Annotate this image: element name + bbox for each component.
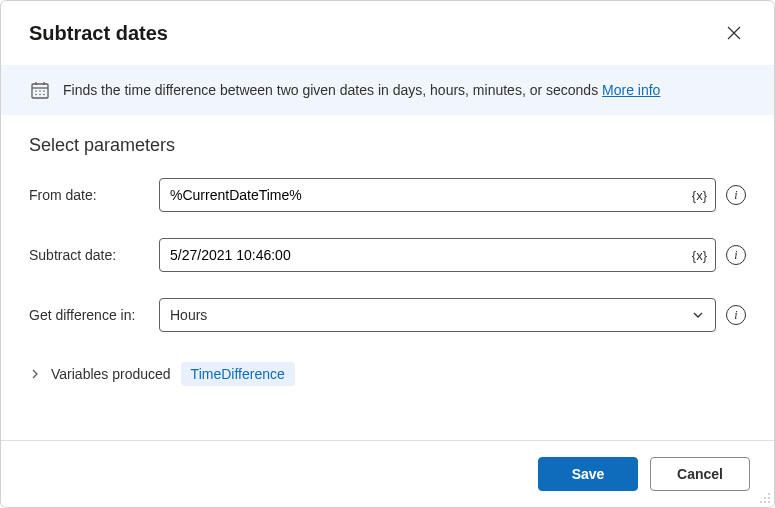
from-date-info-icon[interactable]: i [726, 185, 746, 205]
subtract-date-variable-button[interactable]: {x} [684, 239, 715, 271]
get-difference-row: Get difference in: Hours i [29, 298, 746, 332]
from-date-variable-button[interactable]: {x} [684, 179, 715, 211]
info-banner: Finds the time difference between two gi… [1, 65, 774, 115]
from-date-label: From date: [29, 187, 149, 203]
more-info-link[interactable]: More info [602, 82, 660, 98]
get-difference-value: Hours [170, 307, 207, 323]
from-date-input[interactable] [160, 179, 684, 211]
svg-point-6 [43, 90, 45, 92]
svg-point-5 [39, 90, 41, 92]
info-banner-text: Finds the time difference between two gi… [63, 82, 660, 98]
subtract-dates-dialog: Subtract dates Finds the time difference… [0, 0, 775, 508]
variables-produced-row: Variables produced TimeDifference [29, 358, 746, 386]
variables-produced-label: Variables produced [51, 366, 171, 382]
calendar-icon [29, 79, 51, 101]
subtract-date-row: Subtract date: {x} i [29, 238, 746, 272]
variables-expand-toggle[interactable] [29, 368, 41, 380]
section-title: Select parameters [29, 135, 746, 156]
cancel-button[interactable]: Cancel [650, 457, 750, 491]
subtract-date-input-wrap[interactable]: {x} [159, 238, 716, 272]
dialog-header: Subtract dates [1, 1, 774, 65]
close-button[interactable] [718, 17, 750, 49]
subtract-date-label: Subtract date: [29, 247, 149, 263]
svg-point-7 [35, 94, 37, 96]
info-banner-msg: Finds the time difference between two gi… [63, 82, 602, 98]
get-difference-label: Get difference in: [29, 307, 149, 323]
dialog-footer: Save Cancel [1, 440, 774, 507]
svg-point-4 [35, 90, 37, 92]
from-date-row: From date: {x} i [29, 178, 746, 212]
subtract-date-info-icon[interactable]: i [726, 245, 746, 265]
parameters-section: Select parameters From date: {x} i Subtr… [1, 115, 774, 440]
close-icon [727, 26, 741, 40]
get-difference-info-icon[interactable]: i [726, 305, 746, 325]
svg-point-9 [43, 94, 45, 96]
from-date-input-wrap[interactable]: {x} [159, 178, 716, 212]
chevron-down-icon [691, 308, 705, 322]
svg-point-8 [39, 94, 41, 96]
dialog-title: Subtract dates [29, 22, 168, 45]
variable-chip-timedifference[interactable]: TimeDifference [181, 362, 295, 386]
subtract-date-input[interactable] [160, 239, 684, 271]
save-button[interactable]: Save [538, 457, 638, 491]
get-difference-select[interactable]: Hours [159, 298, 716, 332]
